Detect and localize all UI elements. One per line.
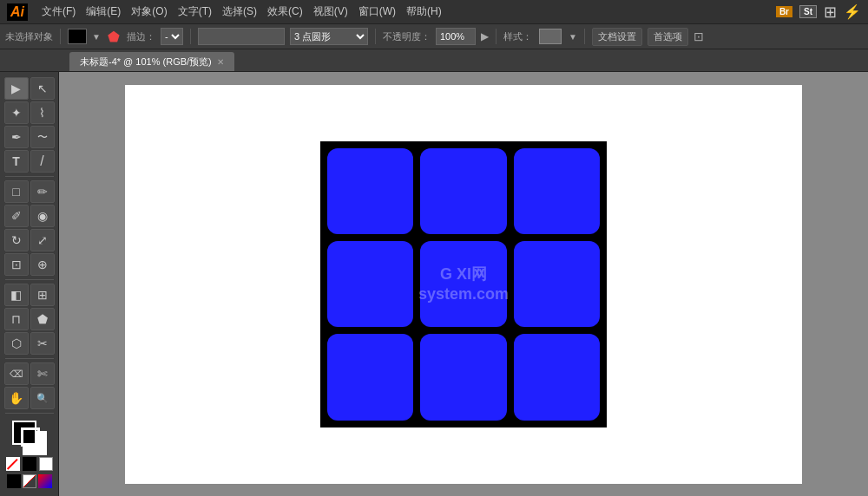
small-swatches [6,457,53,471]
blob-brush-btn[interactable]: ◉ [30,205,55,227]
scissors-btn[interactable]: ✄ [30,362,55,385]
menu-select[interactable]: 选择(S) [222,4,257,19]
hand-btn[interactable]: ✋ [4,387,29,409]
grid-cell-7 [327,334,413,420]
arrange-icon2[interactable]: ⊡ [694,29,704,43]
menu-edit[interactable]: 编辑(E) [86,4,121,19]
menu-effect[interactable]: 效果(C) [267,4,303,19]
tool-row-9: ◧ ⊞ [4,284,55,306]
curvature-btn[interactable]: 〜 [30,126,55,148]
black-swatch[interactable] [23,457,36,471]
white-swatch[interactable] [39,457,53,471]
live-paint-btn[interactable]: ⬟ [30,308,55,330]
lasso-btn[interactable]: ⌇ [30,101,55,124]
control-toolbar: 未选择对象 ▼ ⬟ 描边： - 3 点圆形 不透明度： ▶ 样式： ▼ 文档设置… [0,23,868,49]
line-btn[interactable]: / [30,150,55,173]
sep2 [190,29,191,44]
tool-row-4: T / [4,150,55,173]
grid-cell-1 [327,148,413,234]
none-swatch[interactable] [6,457,20,471]
tool-row-7: ↻ ⤢ [4,229,55,251]
fill-color[interactable] [68,29,87,44]
perspective-btn[interactable]: ⬡ [4,332,29,355]
style-swatch[interactable] [539,29,562,44]
canvas-area: G XI网 system.com [59,72,868,496]
slice-btn[interactable]: ✂ [30,332,55,355]
tool-row-2: ✦ ⌇ [4,101,55,124]
rotate-btn[interactable]: ↻ [4,229,29,251]
tool-row-6: ✐ ◉ [4,205,55,227]
selection-tool-btn[interactable]: ▶ [4,77,29,100]
fill-arrow[interactable]: ▼ [92,32,101,42]
stock-icon[interactable]: St [799,5,817,18]
tool-row-10: ⊓ ⬟ [4,308,55,330]
menu-view[interactable]: 视图(V) [313,4,348,19]
tool-sep-4 [5,413,54,414]
grid-artwork [320,141,607,427]
tool-sep-3 [5,358,54,359]
tool-row-8: ⊡ ⊕ [4,253,55,276]
tool-sep-1 [5,176,54,177]
color-swatches [6,421,53,488]
opacity-input[interactable] [436,28,476,45]
color-mode-swatches [7,474,52,488]
preferences-button[interactable]: 首选项 [648,28,688,46]
brush-select[interactable]: 3 点圆形 [290,28,368,45]
stroke-icon: ⬟ [108,29,120,45]
menu-right-icons: Br St ⊞ ⚡ [776,3,861,22]
puppet-warp-btn[interactable]: ⊕ [30,253,55,276]
selection-label: 未选择对象 [5,30,53,43]
grid-cell-5 [420,241,506,327]
sep1 [60,29,61,44]
pen-btn[interactable]: ✒ [4,126,29,148]
free-transform-btn[interactable]: ⊡ [4,253,29,276]
grid-cell-9 [514,334,600,420]
shape-btn[interactable]: □ [4,180,29,203]
grid-icon[interactable]: ⊞ [824,3,837,22]
brush-size-input[interactable] [198,28,285,45]
tool-row-11: ⬡ ✂ [4,332,55,355]
tool-row-5: □ ✏ [4,180,55,203]
grid-cell-6 [514,241,600,327]
tool-row-13: ✋ 🔍 [4,387,55,409]
tab-close-button[interactable]: ✕ [217,57,224,67]
grid-cell-8 [420,334,506,420]
tool-row-3: ✒ 〜 [4,126,55,148]
style-label: 样式： [503,30,532,43]
opacity-arrow[interactable]: ▶ [481,30,489,42]
sep3 [375,29,376,44]
main-area: ▶ ↖ ✦ ⌇ ✒ 〜 T / □ ✏ ✐ ◉ ↻ ⤢ ⊡ ⊕ [0,72,868,496]
tab-document[interactable]: 未标题-4* @ 101% (RGB/预览) ✕ [69,52,234,71]
menu-type[interactable]: 文字(T) [178,4,212,19]
magic-wand-btn[interactable]: ✦ [4,101,29,124]
pencil-btn[interactable]: ✐ [4,205,29,227]
opacity-label: 不透明度： [383,30,431,43]
menu-help[interactable]: 帮助(H) [406,4,442,19]
menu-window[interactable]: 窗口(W) [358,4,396,19]
doc-settings-button[interactable]: 文档设置 [592,28,642,46]
paintbrush-btn[interactable]: ✏ [30,180,55,203]
arrange-icon[interactable]: ⚡ [844,3,861,20]
eraser-btn[interactable]: ⌫ [4,362,29,385]
stroke-weight-select[interactable]: - [161,28,183,45]
gradient-btn[interactable]: ◧ [4,284,29,306]
stroke-swatch[interactable] [21,427,40,447]
fg-bg-swatches[interactable] [12,421,47,455]
color-mode-none[interactable] [23,474,36,488]
direct-selection-btn[interactable]: ↖ [30,77,55,100]
shape-builder-btn[interactable]: ⊓ [4,308,29,330]
menu-object[interactable]: 对象(O) [131,4,167,19]
zoom-btn[interactable]: 🔍 [30,387,55,409]
menu-file[interactable]: 文件(F) [42,4,76,19]
color-mode-fill[interactable] [7,474,21,488]
color-mode-gradient[interactable] [38,474,52,488]
scale-btn[interactable]: ⤢ [30,229,55,251]
type-btn[interactable]: T [4,150,29,173]
menu-bar: 文件(F) 编辑(E) 对象(O) 文字(T) 选择(S) 效果(C) 视图(V… [42,4,442,19]
bridge-icon[interactable]: Br [776,6,792,17]
grid-cell-2 [420,148,506,234]
stroke-label: 描边： [127,30,155,43]
sep5 [584,29,585,44]
mesh-btn[interactable]: ⊞ [30,284,55,306]
style-arrow[interactable]: ▼ [569,32,577,42]
